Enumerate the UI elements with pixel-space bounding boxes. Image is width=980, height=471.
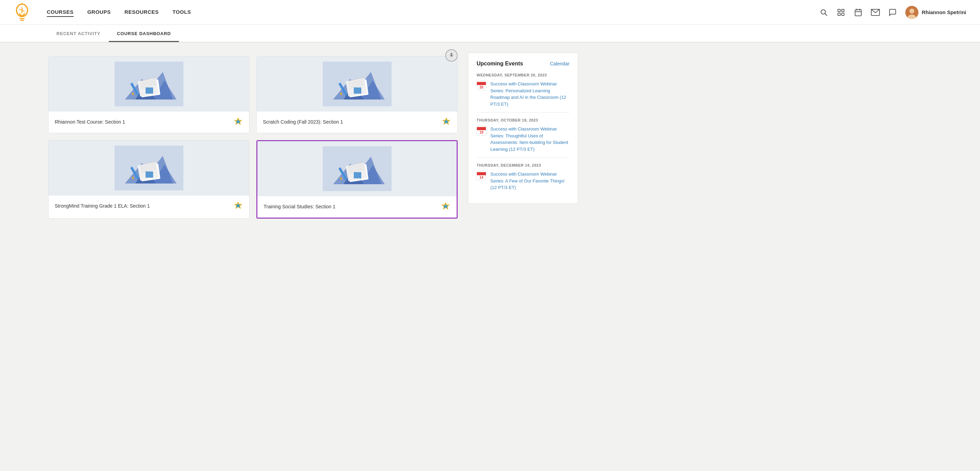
sidebar: Upcoming Events Calendar WEDNESDAY, SEPT… — [468, 53, 578, 219]
event-cal-icon-3: 14 — [477, 171, 486, 180]
chat-icon[interactable] — [888, 8, 897, 17]
badge-icon-1 — [233, 117, 243, 127]
svg-rect-82 — [354, 172, 361, 178]
divider-2 — [477, 157, 570, 158]
course-card-4[interactable]: Training Social Studies: Section 1 — [256, 140, 458, 219]
cal-icon-top-2 — [477, 127, 486, 130]
cal-icon-top-3 — [477, 172, 486, 175]
course-card-3[interactable]: StrongMind Training Grade 1 ELA: Section… — [48, 140, 250, 219]
event-date-3: THURSDAY, DECEMBER 14, 2023 — [477, 163, 570, 167]
course-card-1[interactable]: Rhiannon Test Course: Section 1 — [48, 56, 250, 133]
course-grid-wrap: Rhiannon Test Course: Section 1 — [48, 53, 458, 219]
course-name-4: Training Social Studies: Section 1 — [264, 204, 441, 209]
course-card-2[interactable]: Scratch Coding (Fall 2023): Section 1 — [256, 56, 458, 133]
svg-rect-34 — [146, 88, 153, 94]
event-text-1[interactable]: Success with Classroom Webinar Series: P… — [490, 81, 570, 107]
events-panel: Upcoming Events Calendar WEDNESDAY, SEPT… — [468, 53, 578, 204]
event-item-1[interactable]: 20 Success with Classroom Webinar Series… — [477, 81, 570, 107]
upcoming-events-title: Upcoming Events — [477, 61, 523, 67]
avatar — [905, 6, 918, 19]
svg-rect-66 — [146, 171, 153, 178]
badge-icon-2 — [441, 117, 451, 127]
svg-point-18 — [910, 9, 914, 13]
svg-rect-74 — [345, 163, 367, 181]
tab-course-dashboard[interactable]: COURSE DASHBOARD — [109, 25, 179, 42]
header-right: Rhiannon Spetrini — [819, 6, 966, 19]
course-name-3: StrongMind Training Grade 1 ELA: Section… — [55, 203, 233, 209]
svg-rect-12 — [855, 10, 861, 16]
event-item-2[interactable]: 19 Success with Classroom Webinar Series… — [477, 126, 570, 153]
badge-icon-4 — [441, 202, 450, 211]
course-thumb-4 — [258, 141, 457, 196]
tabs-bar: RECENT ACTIVITY COURSE DASHBOARD — [0, 25, 980, 42]
header: COURSES GROUPS RESOURCES TOOLS — [0, 0, 980, 25]
nav-tools[interactable]: TOOLS — [172, 8, 191, 17]
nav-courses[interactable]: COURSES — [47, 8, 74, 17]
course-grid: Rhiannon Test Course: Section 1 — [48, 56, 458, 219]
svg-rect-11 — [842, 13, 844, 16]
grid-icon[interactable] — [837, 8, 845, 17]
event-text-2[interactable]: Success with Classroom Webinar Series: T… — [490, 126, 570, 153]
event-text-3[interactable]: Success with Classroom Webinar Series: A… — [490, 171, 570, 191]
calendar-icon[interactable] — [854, 8, 863, 17]
course-name-2: Scratch Coding (Fall 2023): Section 1 — [263, 119, 441, 125]
svg-point-20 — [451, 53, 452, 54]
nav-groups[interactable]: GROUPS — [88, 8, 111, 17]
mail-icon[interactable] — [871, 8, 880, 17]
user-area[interactable]: Rhiannon Spetrini — [905, 6, 966, 19]
nav-resources[interactable]: RESOURCES — [124, 8, 159, 17]
course-thumb-3 — [49, 141, 249, 196]
calendar-link[interactable]: Calendar — [550, 61, 570, 67]
cal-icon-num-1: 20 — [479, 86, 483, 89]
course-thumb-2 — [257, 56, 457, 112]
svg-rect-9 — [842, 9, 844, 12]
event-cal-icon-1: 20 — [477, 81, 486, 90]
svg-rect-8 — [838, 9, 840, 12]
course-name-1: Rhiannon Test Course: Section 1 — [55, 119, 233, 125]
course-thumb-1 — [49, 56, 249, 112]
main-layout: Rhiannon Test Course: Section 1 — [0, 42, 619, 232]
cal-icon-num-3: 14 — [479, 176, 483, 179]
svg-rect-10 — [838, 13, 840, 16]
user-name: Rhiannon Spetrini — [922, 9, 966, 15]
course-footer-4: Training Social Studies: Section 1 — [258, 196, 457, 217]
badge-icon-3 — [233, 201, 243, 211]
logo[interactable] — [14, 3, 30, 22]
event-date-1: WEDNESDAY, SEPTEMBER 20, 2023 — [477, 73, 570, 77]
course-footer-3: StrongMind Training Grade 1 ELA: Section… — [49, 196, 249, 217]
svg-line-7 — [825, 13, 827, 16]
course-footer-2: Scratch Coding (Fall 2023): Section 1 — [257, 112, 457, 133]
course-footer-1: Rhiannon Test Course: Section 1 — [49, 112, 249, 133]
tab-recent-activity[interactable]: RECENT ACTIVITY — [48, 25, 109, 42]
main-nav: COURSES GROUPS RESOURCES TOOLS — [47, 8, 819, 17]
svg-rect-50 — [354, 88, 361, 94]
accessibility-button[interactable] — [445, 49, 458, 62]
divider-1 — [477, 112, 570, 113]
svg-rect-26 — [137, 78, 159, 96]
event-cal-icon-2: 19 — [477, 126, 486, 135]
event-date-2: THURSDAY, OCTOBER 19, 2023 — [477, 118, 570, 122]
svg-rect-58 — [137, 162, 159, 180]
svg-rect-42 — [345, 78, 367, 96]
search-icon[interactable] — [819, 8, 828, 17]
cal-icon-top-1 — [477, 82, 486, 85]
cal-icon-num-2: 19 — [479, 131, 483, 134]
event-item-3[interactable]: 14 Success with Classroom Webinar Series… — [477, 171, 570, 191]
events-header: Upcoming Events Calendar — [477, 61, 570, 67]
